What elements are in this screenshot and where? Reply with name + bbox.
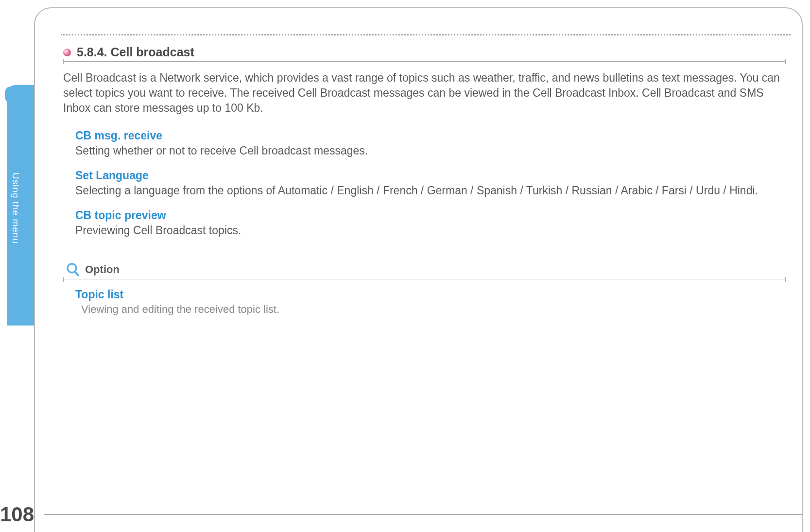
option-item-title: Topic list	[75, 288, 786, 301]
option-underline	[63, 279, 786, 279]
magnify-icon	[66, 262, 80, 277]
vertical-line	[34, 326, 35, 515]
title-underline	[63, 61, 786, 62]
subsection-body: Previewing Cell Broadcast topics.	[75, 223, 786, 238]
svg-line-1	[75, 272, 78, 275]
subsection-title: CB topic preview	[75, 209, 786, 222]
section-title: 5.8.4. Cell broadcast	[77, 45, 194, 59]
option-header: Option	[66, 262, 791, 277]
section-intro: Cell Broadcast is a Network service, whi…	[63, 70, 786, 116]
section-header: 5.8.4. Cell broadcast	[63, 45, 791, 59]
subsection: CB msg. receive Setting whether or not t…	[75, 129, 786, 158]
subsection: CB topic preview Previewing Cell Broadca…	[75, 209, 786, 238]
dotted-separator	[61, 34, 791, 35]
subsection-title: CB msg. receive	[75, 129, 786, 142]
content-area: 5.8.4. Cell broadcast Cell Broadcast is …	[49, 34, 791, 327]
bottom-line	[44, 514, 803, 515]
side-tab-label: Using the menu	[10, 172, 21, 244]
subsection: Set Language Selecting a language from t…	[75, 169, 786, 198]
option-item: Topic list Viewing and editing the recei…	[75, 288, 786, 317]
subsection-title: Set Language	[75, 169, 786, 182]
bullet-icon	[63, 49, 71, 56]
chapter-number: 03	[4, 82, 28, 108]
subsection-body: Setting whether or not to receive Cell b…	[75, 143, 786, 158]
option-item-body: Viewing and editing the received topic l…	[81, 302, 786, 317]
page-number: 108	[0, 503, 34, 526]
option-label: Option	[85, 263, 120, 276]
subsection-body: Selecting a language from the options of…	[75, 183, 786, 198]
